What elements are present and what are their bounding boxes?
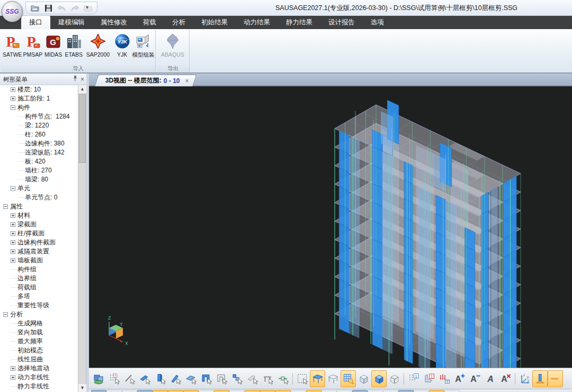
font-decrease-icon[interactable]: A xyxy=(467,370,482,387)
scroll-up-icon[interactable]: ▲ xyxy=(78,85,86,93)
secondary-toolbar-icon[interactable] xyxy=(306,390,321,392)
view-grid-icon[interactable] xyxy=(341,370,356,387)
tree-item[interactable]: 静力非线性 xyxy=(0,382,78,391)
tree-item[interactable]: 墙柱: 270 xyxy=(0,166,78,175)
tree-item[interactable]: 单元 xyxy=(0,184,78,193)
expand-icon[interactable] xyxy=(11,87,15,92)
tree-item[interactable]: 线性屈曲 xyxy=(0,355,78,364)
select-node-icon[interactable] xyxy=(106,370,122,387)
secondary-toolbar-icon[interactable] xyxy=(153,390,168,392)
expand-icon[interactable] xyxy=(11,366,15,371)
3d-viewport[interactable]: Z Y X xyxy=(89,86,572,368)
secondary-toolbar-icon[interactable] xyxy=(183,390,199,392)
tree-item[interactable]: 边缘构件截面 xyxy=(0,238,78,247)
secondary-toolbar-icon[interactable] xyxy=(444,390,460,392)
qat-dropdown-icon[interactable]: ▾ xyxy=(86,4,88,10)
tree-item[interactable]: 重要性等级 xyxy=(0,301,78,310)
ribbon-tab-属性修改[interactable]: 属性修改 xyxy=(93,16,135,29)
secondary-toolbar-icon[interactable] xyxy=(199,390,214,392)
tree-item[interactable]: 梁: 1220 xyxy=(0,121,78,130)
select-wall-opening-icon[interactable] xyxy=(214,370,229,387)
axes-display-icon[interactable]: zyx xyxy=(517,370,532,387)
close-panel-icon[interactable]: × xyxy=(81,74,84,85)
expand-icon[interactable] xyxy=(11,231,15,236)
collapse-icon[interactable] xyxy=(3,204,8,209)
tree-item[interactable]: 柱: 260 xyxy=(0,130,78,139)
select-ghost-beam-icon[interactable] xyxy=(245,370,260,387)
select-link-icon[interactable] xyxy=(275,370,291,387)
tree-item[interactable]: 属性 xyxy=(0,202,78,211)
ribbon-tab-接口[interactable]: 接口 xyxy=(21,16,50,29)
select-line-icon[interactable] xyxy=(122,370,137,387)
tree-item[interactable]: 边缘构件: 380 xyxy=(0,139,78,148)
column-display-icon[interactable] xyxy=(532,370,548,387)
view-wire-floor-icon[interactable] xyxy=(325,370,341,387)
secondary-toolbar-icon[interactable] xyxy=(383,390,398,392)
select-beam-icon[interactable] xyxy=(137,370,153,387)
select-slab-icon[interactable] xyxy=(183,370,199,387)
expand-icon[interactable] xyxy=(11,375,15,380)
ribbon-tab-设计报告[interactable]: 设计报告 xyxy=(320,16,363,29)
secondary-toolbar-icon[interactable] xyxy=(414,390,429,392)
secondary-toolbar-icon[interactable] xyxy=(122,390,137,392)
tree-item[interactable]: 边界组 xyxy=(0,274,78,283)
ribbon-tab-分析[interactable]: 分析 xyxy=(164,16,193,29)
ribbon-tab-选项[interactable]: 选项 xyxy=(363,16,392,29)
expand-icon[interactable] xyxy=(11,213,15,218)
expand-icon[interactable] xyxy=(11,249,15,254)
ribbon-button-ETABS[interactable]: ETABS xyxy=(64,31,84,65)
save-icon[interactable] xyxy=(43,3,53,13)
document-tab-3d-view[interactable]: 3D视图 -- 楼层范围: 0 - 10 × xyxy=(94,75,196,86)
font-italic-icon[interactable]: A xyxy=(482,370,498,387)
open-icon[interactable] xyxy=(30,3,40,13)
ribbon-tab-初始结果[interactable]: 初始结果 xyxy=(193,16,236,29)
expand-icon[interactable] xyxy=(11,222,15,227)
font-clear-icon[interactable]: A xyxy=(498,370,513,387)
ribbon-button-SAP2000[interactable]: SAP2000 xyxy=(84,31,112,65)
tree-item[interactable]: 最大频率 xyxy=(0,337,78,346)
tree-item[interactable]: 连梁纵筋: 142 xyxy=(0,148,78,157)
select-edge-member-icon[interactable] xyxy=(229,370,245,387)
application-menu-button[interactable]: SSG xyxy=(2,1,23,22)
element-number-icon[interactable]: 1 xyxy=(421,370,436,387)
tree-item[interactable]: 墙板截面 xyxy=(0,256,78,265)
partial-icon[interactable] xyxy=(548,370,563,387)
secondary-toolbar-icon[interactable] xyxy=(91,390,106,392)
tree-item[interactable]: 多塔 xyxy=(0,292,78,301)
secondary-toolbar-icon[interactable] xyxy=(106,390,122,392)
secondary-toolbar-icon[interactable] xyxy=(137,390,153,392)
scroll-thumb[interactable] xyxy=(79,94,86,163)
tree-item[interactable]: 选择地震动 xyxy=(0,364,78,373)
secondary-toolbar-icon[interactable] xyxy=(260,390,275,392)
pin-icon[interactable] xyxy=(73,74,78,85)
secondary-toolbar-icon[interactable] xyxy=(245,390,260,392)
tree-item[interactable]: 减隔震装置 xyxy=(0,247,78,256)
secondary-toolbar-icon[interactable] xyxy=(291,390,306,392)
tree-item[interactable]: 楼层: 10 xyxy=(0,85,78,94)
tree-item[interactable]: 构件组 xyxy=(0,265,78,274)
collapse-icon[interactable] xyxy=(11,186,15,191)
ribbon-button-PMSAP[interactable]: PPMSAP xyxy=(23,31,43,65)
secondary-toolbar-icon[interactable] xyxy=(368,390,383,392)
tree-item[interactable]: 柱/撑截面 xyxy=(0,229,78,238)
select-frame-icon[interactable] xyxy=(260,370,275,387)
expand-icon[interactable] xyxy=(11,96,15,101)
view-wire-cube-icon[interactable] xyxy=(387,370,402,387)
secondary-toolbar-icon[interactable] xyxy=(337,390,352,392)
tree-item[interactable]: 竖向加载 xyxy=(0,328,78,337)
view-hollow-cube-icon[interactable] xyxy=(356,370,371,387)
secondary-toolbar-icon[interactable] xyxy=(398,390,414,392)
secondary-toolbar-icon[interactable] xyxy=(168,390,183,392)
view-solid-cube-icon[interactable] xyxy=(371,370,387,387)
box-select-icon[interactable] xyxy=(294,370,310,387)
font-increase-icon[interactable]: A xyxy=(452,370,467,387)
ribbon-tab-荷载[interactable]: 荷载 xyxy=(135,16,164,29)
select-wall-icon[interactable] xyxy=(199,370,214,387)
model-display-icon[interactable] xyxy=(91,370,106,387)
tree-item[interactable]: 施工阶段: 1 xyxy=(0,94,78,103)
load-display-icon[interactable] xyxy=(436,370,452,387)
select-column-icon[interactable] xyxy=(153,370,168,387)
select-brace-icon[interactable] xyxy=(168,370,183,387)
ribbon-button-模型组装[interactable]: 模型组装 xyxy=(132,31,154,65)
ribbon-button-MIDAS[interactable]: GMIDAS xyxy=(43,31,64,65)
